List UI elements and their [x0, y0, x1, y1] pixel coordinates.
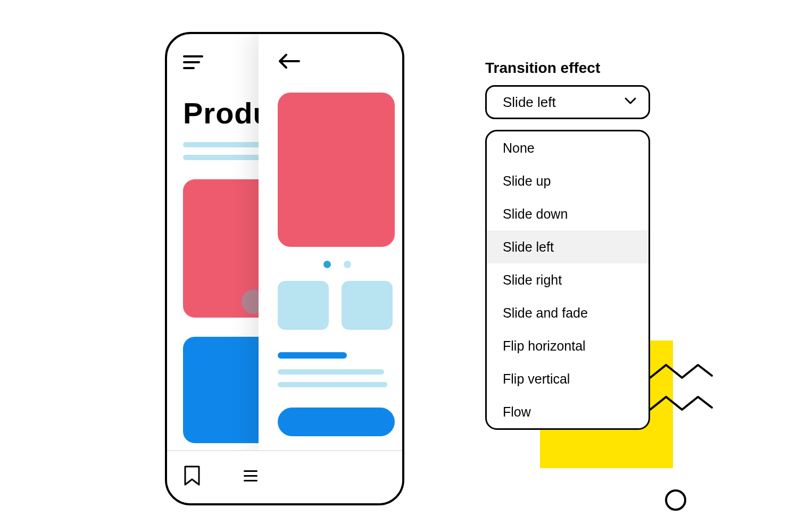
- transition-option[interactable]: Slide left: [487, 230, 649, 263]
- decoration-circle: [665, 489, 686, 511]
- decoration-zigzag: [649, 362, 713, 381]
- transition-option[interactable]: Flow: [487, 395, 649, 428]
- carousel-dot-active[interactable]: [323, 261, 331, 268]
- carousel-dots: [323, 261, 395, 268]
- heading-placeholder: [278, 352, 347, 359]
- carousel-dot[interactable]: [344, 261, 351, 268]
- menu-icon[interactable]: [183, 55, 203, 69]
- transition-option[interactable]: Flip horizontal: [487, 329, 649, 362]
- thumbnail[interactable]: [342, 281, 393, 330]
- transition-select[interactable]: Slide left: [485, 85, 650, 119]
- chevron-down-icon: [624, 97, 637, 107]
- tab-bar: [167, 450, 402, 503]
- placeholder-line: [278, 369, 384, 375]
- back-arrow-icon[interactable]: [278, 53, 395, 69]
- decoration-zigzag: [649, 394, 713, 413]
- panel-label: Transition effect: [485, 60, 600, 77]
- phone-mockup: Produ: [165, 32, 404, 505]
- bookmark-icon[interactable]: [183, 465, 201, 486]
- transition-select-value: Slide left: [503, 94, 556, 111]
- placeholder-line: [278, 382, 387, 387]
- transition-option[interactable]: Slide down: [487, 197, 649, 230]
- transition-option[interactable]: Slide up: [487, 164, 649, 197]
- primary-button[interactable]: [278, 408, 395, 436]
- thumbnail[interactable]: [278, 281, 329, 330]
- transition-dropdown[interactable]: NoneSlide upSlide downSlide leftSlide ri…: [485, 130, 650, 430]
- menu-icon[interactable]: [244, 470, 257, 481]
- front-screen: [259, 34, 402, 450]
- transition-option[interactable]: Slide and fade: [487, 296, 649, 329]
- transition-option[interactable]: Flip vertical: [487, 362, 649, 395]
- transition-option[interactable]: Slide right: [487, 263, 649, 296]
- hero-image[interactable]: [278, 93, 395, 247]
- transition-option[interactable]: None: [487, 131, 649, 164]
- thumbnail-row: [278, 281, 395, 330]
